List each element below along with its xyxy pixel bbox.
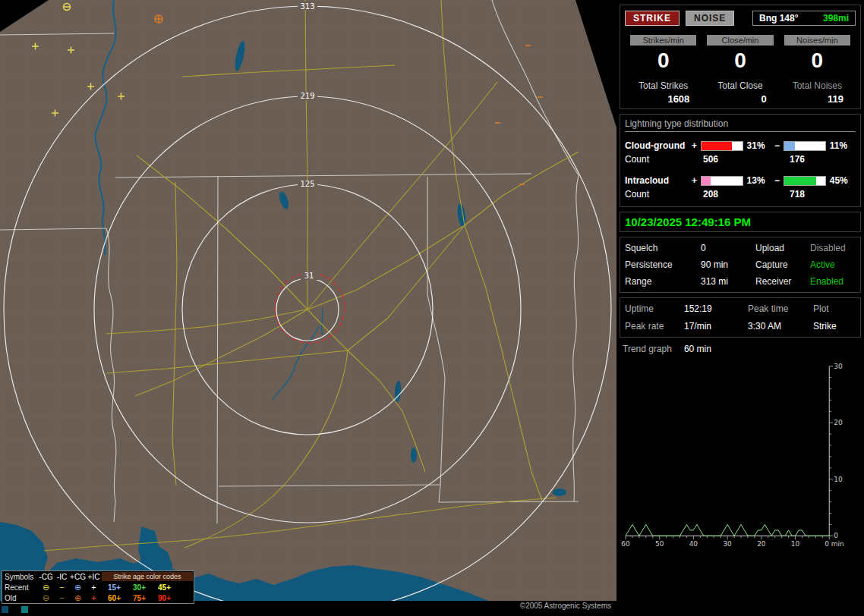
receiver-label: Receiver xyxy=(755,276,810,287)
pos-cg-old-icon: ⊕ xyxy=(70,594,86,602)
svg-text:10: 10 xyxy=(834,476,843,483)
receiver-status: Enabled xyxy=(810,276,856,287)
status-panel: STRIKE NOISE Bng 148° 398mi Strikes/min … xyxy=(616,0,864,616)
svg-text:20: 20 xyxy=(757,540,766,548)
strikes-per-min-label: Strikes/min xyxy=(630,35,696,46)
cloud-ground-count-row: Count 506 176 xyxy=(625,154,856,166)
plot-value: Strike xyxy=(813,321,856,332)
legend-old-row: Old ⊖ − ⊕ + 60+ 75+ 90+ xyxy=(2,592,194,603)
strikes-per-min-value: 0 xyxy=(625,49,702,73)
intracloud-label: Intracloud xyxy=(625,175,690,186)
ic-positive-count: 208 xyxy=(703,189,790,201)
plot-label: Plot xyxy=(813,303,856,314)
legend-symbols-header: Symbols xyxy=(2,573,38,581)
svg-text:50: 50 xyxy=(655,540,664,548)
counters-section: STRIKE NOISE Bng 148° 398mi Strikes/min … xyxy=(620,5,861,109)
noises-per-min-value: 0 xyxy=(779,49,856,73)
counter-strikes-per-min: Strikes/min 0 Total Strikes 1608 xyxy=(625,35,702,105)
total-close-label: Total Close xyxy=(702,80,778,91)
plus-sign: + xyxy=(690,140,698,151)
age-45: 45+ xyxy=(152,583,177,592)
svg-text:0: 0 xyxy=(834,532,838,539)
cloud-ground-row: Cloud-ground + 31% − 11% xyxy=(625,139,856,152)
cg-negative-bar xyxy=(784,141,825,151)
range-value: 313 mi xyxy=(701,276,755,287)
copyright-text: ©2005 Astrogenic Systems xyxy=(456,602,611,610)
legend-header-row: Symbols -CG -IC +CG +IC Strike age color… xyxy=(2,571,194,582)
pos-ic-old-icon: + xyxy=(86,594,102,602)
trend-graph-header: Trend graph 60 min xyxy=(623,344,861,354)
close-per-min-value: 0 xyxy=(702,49,778,73)
strike-map[interactable]: 313 219 125 31 xyxy=(0,0,616,601)
squelch-value: 0 xyxy=(701,243,755,253)
distribution-section: Lightning type distribution Cloud-ground… xyxy=(620,114,861,207)
neg-cg-old-icon: ⊖ xyxy=(38,594,54,602)
uptime-value: 152:19 xyxy=(684,303,748,314)
cloud-ground-label: Cloud-ground xyxy=(625,140,690,151)
svg-text:60: 60 xyxy=(621,540,630,548)
ic-negative-bar xyxy=(784,176,825,186)
total-strikes-label: Total Strikes xyxy=(625,80,702,91)
ring-label-219: 219 xyxy=(300,92,314,100)
legend-col-ncg: -CG xyxy=(38,573,54,581)
bearing-display: Bng 148° 398mi xyxy=(752,11,856,26)
mini-swatch-teal xyxy=(21,606,28,613)
cg-positive-count: 506 xyxy=(703,154,790,166)
map-legend: Symbols -CG -IC +CG +IC Strike age color… xyxy=(2,570,194,604)
ic-positive-bar xyxy=(701,176,743,186)
capture-status: Active xyxy=(810,259,856,270)
svg-text:20: 20 xyxy=(834,419,843,426)
peak-rate-label: Peak rate xyxy=(625,321,684,332)
svg-text:40: 40 xyxy=(689,540,698,548)
neg-ic-old-icon: − xyxy=(54,594,70,602)
cg-positive-bar xyxy=(701,141,743,151)
minus-sign: − xyxy=(773,140,781,151)
legend-recent-label: Recent xyxy=(2,583,38,592)
minus-sign: − xyxy=(773,175,781,186)
neg-ic-recent-icon: − xyxy=(54,583,70,592)
legend-age-header: Strike age color codes xyxy=(102,572,193,581)
count-label: Count xyxy=(625,189,703,201)
ic-positive-pct: 13% xyxy=(746,175,773,186)
intracloud-row: Intracloud + 13% − 45% xyxy=(625,174,856,187)
legend-col-nic: -IC xyxy=(54,573,70,581)
strike-toggle-button[interactable]: STRIKE xyxy=(625,11,680,26)
persistence-label: Persistence xyxy=(625,259,701,270)
trend-graph-window: 60 min xyxy=(684,344,711,354)
ic-negative-count: 718 xyxy=(790,189,805,201)
bearing-value: Bng 148° xyxy=(759,13,798,24)
counter-close-per-min: Close/min 0 Total Close 0 xyxy=(702,35,778,105)
bearing-range-value: 398mi xyxy=(823,13,849,24)
county-grid xyxy=(0,0,616,601)
noise-toggle-button[interactable]: NOISE xyxy=(686,11,734,26)
uptime-label: Uptime xyxy=(625,303,684,314)
settings-section: Squelch 0 Upload Disabled Persistence 90… xyxy=(620,237,861,293)
cg-positive-pct: 31% xyxy=(746,140,773,151)
squelch-label: Squelch xyxy=(625,243,701,253)
persistence-value: 90 min xyxy=(701,259,755,270)
ring-label-313: 313 xyxy=(300,2,314,11)
age-60: 60+ xyxy=(102,594,127,602)
noises-per-min-label: Noises/min xyxy=(784,35,850,46)
mode-buttons-row: STRIKE NOISE Bng 148° 398mi xyxy=(625,11,856,26)
pos-ic-recent-icon: + xyxy=(86,583,102,592)
upload-status: Disabled xyxy=(810,243,856,253)
upload-label: Upload xyxy=(755,243,810,253)
lightning-map-area: 313 219 125 31 Symbols -CG -IC +CG +I xyxy=(0,0,616,616)
trend-graph-label: Trend graph xyxy=(623,344,672,354)
total-strikes-value: 1608 xyxy=(625,93,702,105)
total-noises-value: 119 xyxy=(779,93,856,105)
datetime-display: 10/23/2025 12:49:16 PM xyxy=(625,215,856,228)
svg-text:30: 30 xyxy=(834,363,843,370)
mini-swatch-blue xyxy=(2,606,8,613)
rate-counters: Strikes/min 0 Total Strikes 1608 Close/m… xyxy=(625,35,856,105)
counter-noises-per-min: Noises/min 0 Total Noises 119 xyxy=(779,35,856,105)
range-label: Range xyxy=(625,276,701,287)
intracloud-count-row: Count 208 718 xyxy=(625,189,856,201)
stats-section: Uptime 152:19 Peak time Plot Peak rate 1… xyxy=(620,297,861,338)
age-90: 90+ xyxy=(152,594,177,602)
neg-cg-recent-icon: ⊖ xyxy=(38,583,54,592)
pos-cg-recent-icon: ⊕ xyxy=(70,583,86,592)
count-label: Count xyxy=(625,154,703,166)
age-15: 15+ xyxy=(102,583,127,592)
